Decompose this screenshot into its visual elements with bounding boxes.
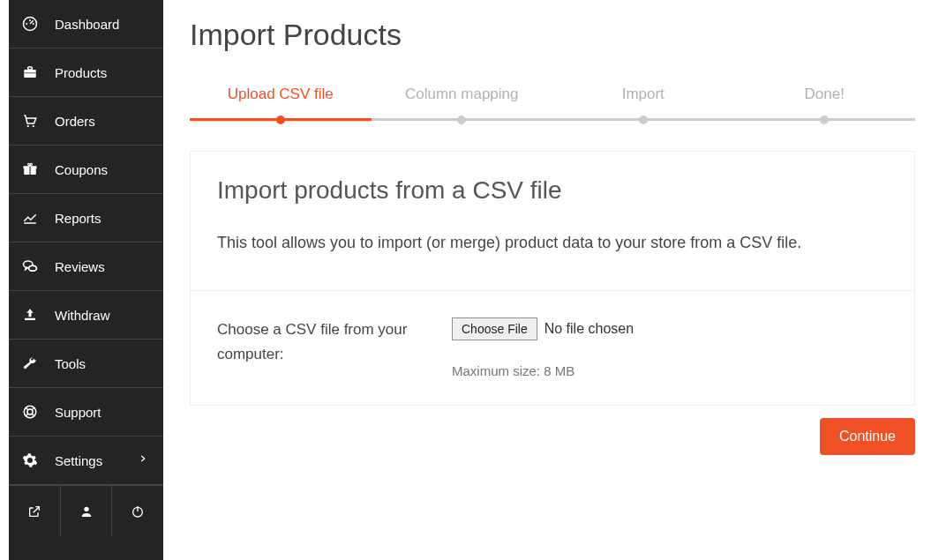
card-title: Import products from a CSV file bbox=[217, 176, 888, 205]
power-icon bbox=[131, 504, 145, 519]
card-body: Import products from a CSV file This too… bbox=[191, 152, 914, 291]
sidebar-item-label: Reviews bbox=[55, 259, 105, 274]
external-link-icon bbox=[27, 504, 41, 519]
svg-point-17 bbox=[27, 409, 33, 414]
external-link-button[interactable] bbox=[9, 486, 61, 536]
upload-icon bbox=[21, 306, 39, 324]
step-import[interactable]: Import bbox=[552, 86, 734, 124]
dashboard-icon bbox=[21, 15, 39, 33]
life-ring-icon bbox=[21, 403, 39, 421]
svg-rect-4 bbox=[24, 70, 36, 78]
user-icon bbox=[79, 504, 94, 519]
sidebar-item-dashboard[interactable]: Dashboard bbox=[9, 0, 163, 49]
sidebar-item-label: Coupons bbox=[55, 162, 108, 177]
main-content: Import Products Upload CSV file Column m… bbox=[163, 0, 931, 560]
file-input-row: Choose File No file chosen bbox=[452, 317, 888, 340]
svg-point-22 bbox=[84, 506, 88, 511]
step-upload[interactable]: Upload CSV file bbox=[190, 86, 372, 124]
sidebar-item-support[interactable]: Support bbox=[9, 388, 163, 437]
sidebar-item-tools[interactable]: Tools bbox=[9, 340, 163, 388]
continue-button[interactable]: Continue bbox=[820, 418, 915, 455]
step-label: Import bbox=[622, 86, 664, 102]
sidebar-item-orders[interactable]: Orders bbox=[9, 97, 163, 146]
svg-line-18 bbox=[26, 407, 28, 410]
file-status: No file chosen bbox=[544, 321, 634, 337]
card-description: This tool allows you to import (or merge… bbox=[217, 229, 888, 257]
page-title: Import Products bbox=[190, 18, 915, 52]
file-field: Choose File No file chosen Maximum size:… bbox=[452, 317, 888, 378]
svg-point-8 bbox=[33, 125, 34, 127]
step-dot bbox=[457, 116, 466, 124]
step-dot bbox=[639, 116, 648, 124]
sidebar-item-label: Dashboard bbox=[55, 17, 119, 32]
svg-point-2 bbox=[29, 19, 31, 21]
cart-icon bbox=[21, 112, 39, 130]
svg-point-1 bbox=[26, 23, 27, 25]
import-stepper: Upload CSV file Column mapping Import Do… bbox=[190, 86, 915, 124]
choose-file-label: Choose a CSV file from your computer: bbox=[217, 317, 452, 378]
sidebar-item-label: Products bbox=[55, 65, 107, 80]
briefcase-icon bbox=[21, 63, 39, 81]
step-done[interactable]: Done! bbox=[734, 86, 916, 124]
svg-point-3 bbox=[33, 23, 34, 25]
sidebar-item-settings[interactable]: Settings bbox=[9, 437, 163, 485]
import-card: Import products from a CSV file This too… bbox=[190, 151, 915, 406]
continue-row: Continue bbox=[190, 406, 915, 455]
comments-icon bbox=[21, 258, 39, 275]
svg-line-21 bbox=[32, 414, 34, 416]
sidebar: Dashboard Products Orders Coupons Report… bbox=[0, 0, 163, 560]
step-mapping[interactable]: Column mapping bbox=[372, 86, 553, 124]
chevron-right-icon bbox=[139, 454, 151, 467]
max-size-text: Maximum size: 8 MB bbox=[452, 363, 888, 378]
svg-line-19 bbox=[32, 407, 34, 410]
sidebar-item-products[interactable]: Products bbox=[9, 49, 163, 97]
choose-file-button[interactable]: Choose File bbox=[452, 317, 537, 340]
file-form-row: Choose a CSV file from your computer: Ch… bbox=[191, 291, 914, 405]
svg-line-20 bbox=[26, 414, 28, 416]
svg-rect-15 bbox=[25, 318, 35, 320]
gift-icon bbox=[21, 161, 39, 178]
sidebar-item-withdraw[interactable]: Withdraw bbox=[9, 291, 163, 340]
sidebar-item-reviews[interactable]: Reviews bbox=[9, 243, 163, 291]
svg-rect-5 bbox=[28, 67, 33, 70]
sidebar-item-reports[interactable]: Reports bbox=[9, 194, 163, 243]
step-label: Column mapping bbox=[405, 86, 519, 102]
sidebar-item-coupons[interactable]: Coupons bbox=[9, 146, 163, 194]
gear-icon bbox=[21, 452, 39, 469]
step-dot bbox=[276, 116, 285, 124]
step-label: Done! bbox=[805, 86, 845, 102]
step-label: Upload CSV file bbox=[228, 86, 334, 102]
chart-icon bbox=[21, 209, 39, 227]
sidebar-item-label: Reports bbox=[55, 211, 101, 226]
sidebar-item-label: Orders bbox=[55, 114, 95, 129]
profile-button[interactable] bbox=[61, 486, 113, 536]
sidebar-item-label: Withdraw bbox=[55, 308, 110, 323]
sidebar-item-label: Support bbox=[55, 405, 101, 420]
logout-button[interactable] bbox=[112, 486, 163, 536]
svg-point-7 bbox=[27, 125, 29, 127]
wrench-icon bbox=[21, 355, 39, 372]
step-dot bbox=[820, 116, 829, 124]
sidebar-bottom bbox=[9, 485, 163, 536]
sidebar-item-label: Settings bbox=[55, 453, 102, 468]
sidebar-item-label: Tools bbox=[55, 356, 86, 371]
